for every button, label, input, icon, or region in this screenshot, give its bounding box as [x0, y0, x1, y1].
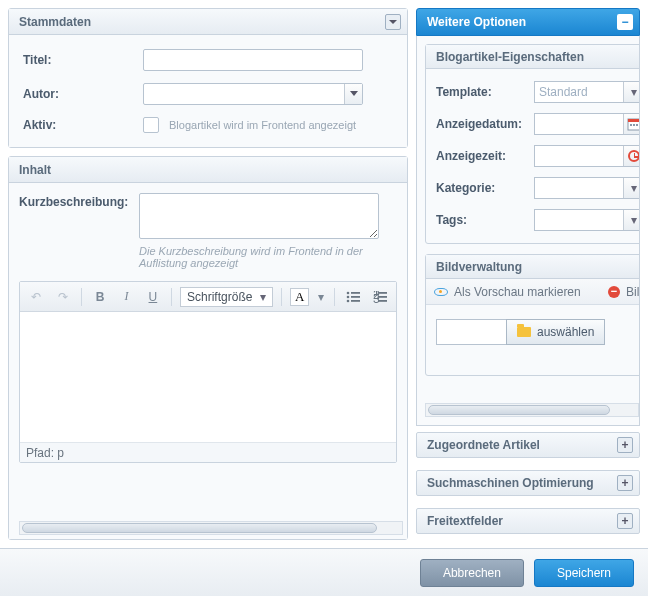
- numbered-list-button[interactable]: 123: [370, 287, 390, 307]
- inhalt-header: Inhalt: [9, 157, 407, 183]
- weitere-optionen-title: Weitere Optionen: [427, 15, 526, 29]
- tags-label: Tags:: [436, 213, 534, 227]
- chevron-down-icon[interactable]: ▾: [623, 210, 639, 230]
- svg-rect-3: [351, 296, 360, 298]
- svg-point-0: [347, 291, 350, 294]
- collapse-icon[interactable]: [385, 14, 401, 30]
- anzeigedatum-label: Anzeigedatum:: [436, 117, 534, 131]
- bold-button[interactable]: B: [90, 287, 110, 307]
- svg-rect-1: [351, 292, 360, 294]
- bildverwaltung-title: Bildverwaltung: [426, 255, 639, 279]
- bullet-list-button[interactable]: [343, 287, 363, 307]
- image-path-input[interactable]: [436, 319, 506, 345]
- svg-rect-5: [351, 300, 360, 302]
- aktiv-checkbox[interactable]: [143, 117, 159, 133]
- chevron-down-icon[interactable]: ▾: [623, 178, 639, 198]
- autor-combo[interactable]: [143, 83, 363, 105]
- stammdaten-panel: Stammdaten Titel: Autor:: [8, 8, 408, 148]
- rich-text-editor: ↶ ↷ B I U Schriftgröße ▾: [19, 281, 397, 463]
- autor-label: Autor:: [23, 87, 143, 101]
- folder-icon: [517, 327, 531, 337]
- anzeigezeit-label: Anzeigezeit:: [436, 149, 534, 163]
- image-chooser: auswählen: [436, 319, 639, 345]
- template-label: Template:: [436, 85, 534, 99]
- kategorie-combo[interactable]: ▾: [534, 177, 639, 199]
- underline-button[interactable]: U: [143, 287, 163, 307]
- plus-icon[interactable]: +: [617, 437, 633, 453]
- editor-content[interactable]: [20, 312, 396, 442]
- kurz-help: Die Kurzbeschreibung wird im Frontend in…: [139, 245, 379, 269]
- svg-rect-15: [633, 124, 635, 126]
- svg-rect-11: [378, 300, 387, 302]
- svg-point-4: [347, 299, 350, 302]
- chevron-down-icon[interactable]: [344, 84, 362, 104]
- inhalt-title: Inhalt: [19, 163, 51, 177]
- font-size-select[interactable]: Schriftgröße ▾: [180, 287, 273, 307]
- cancel-button[interactable]: Abbrechen: [420, 559, 524, 587]
- horizontal-scrollbar[interactable]: [19, 521, 403, 535]
- undo-icon[interactable]: ↶: [26, 287, 46, 307]
- kategorie-label: Kategorie:: [436, 181, 534, 195]
- zugeordnete-artikel-accordion[interactable]: Zugeordnete Artikel +: [416, 432, 640, 458]
- chevron-down-icon[interactable]: ▾: [256, 290, 270, 304]
- bild-delete-label[interactable]: Bild: [626, 285, 639, 299]
- footer-bar: Abbrechen Speichern: [0, 548, 648, 596]
- svg-rect-13: [628, 119, 640, 122]
- stammdaten-header: Stammdaten: [9, 9, 407, 35]
- kurzbeschreibung-input[interactable]: [139, 193, 379, 239]
- editor-path: Pfad: p: [20, 442, 396, 462]
- freitextfelder-accordion[interactable]: Freitextfelder +: [416, 508, 640, 534]
- svg-point-2: [347, 295, 350, 298]
- remove-icon[interactable]: −: [608, 286, 620, 298]
- titel-label: Titel:: [23, 53, 143, 67]
- collapse-icon[interactable]: −: [617, 14, 633, 30]
- aktiv-label: Aktiv:: [23, 118, 143, 132]
- eye-icon: [434, 288, 448, 296]
- svg-rect-16: [636, 124, 638, 126]
- plus-icon[interactable]: +: [617, 513, 633, 529]
- clock-icon[interactable]: [623, 146, 639, 166]
- tags-combo[interactable]: ▾: [534, 209, 639, 231]
- blog-properties-title: Blogartikel-Eigenschaften: [426, 45, 639, 69]
- kurz-label: Kurzbeschreibung:: [19, 193, 139, 209]
- weitere-optionen-header: Weitere Optionen −: [416, 8, 640, 36]
- italic-button[interactable]: I: [116, 287, 136, 307]
- chevron-down-icon[interactable]: ▾: [623, 82, 639, 102]
- seo-accordion[interactable]: Suchmaschinen Optimierung +: [416, 470, 640, 496]
- inhalt-panel: Inhalt Kurzbeschreibung: Die Kurzbeschre…: [8, 156, 408, 540]
- text-color-button[interactable]: A: [290, 288, 309, 306]
- redo-icon[interactable]: ↷: [52, 287, 72, 307]
- horizontal-scrollbar[interactable]: [425, 403, 639, 417]
- bildverwaltung-panel: Bildverwaltung Als Vorschau markieren − …: [425, 254, 639, 376]
- chevron-down-icon[interactable]: ▾: [315, 287, 326, 307]
- choose-image-button[interactable]: auswählen: [506, 319, 605, 345]
- stammdaten-title: Stammdaten: [19, 15, 91, 29]
- preview-mark-button[interactable]: Als Vorschau markieren: [454, 285, 581, 299]
- plus-icon[interactable]: +: [617, 475, 633, 491]
- aktiv-help: Blogartikel wird im Frontend angezeigt: [169, 119, 356, 131]
- blog-properties-panel: Blogartikel-Eigenschaften Template: Stan…: [425, 44, 639, 244]
- template-combo[interactable]: Standard ▾: [534, 81, 639, 103]
- anzeigezeit-input[interactable]: [534, 145, 639, 167]
- titel-input[interactable]: [143, 49, 363, 71]
- anzeigedatum-input[interactable]: [534, 113, 639, 135]
- editor-toolbar: ↶ ↷ B I U Schriftgröße ▾: [20, 282, 396, 312]
- save-button[interactable]: Speichern: [534, 559, 634, 587]
- calendar-icon[interactable]: [623, 114, 639, 134]
- svg-rect-14: [630, 124, 632, 126]
